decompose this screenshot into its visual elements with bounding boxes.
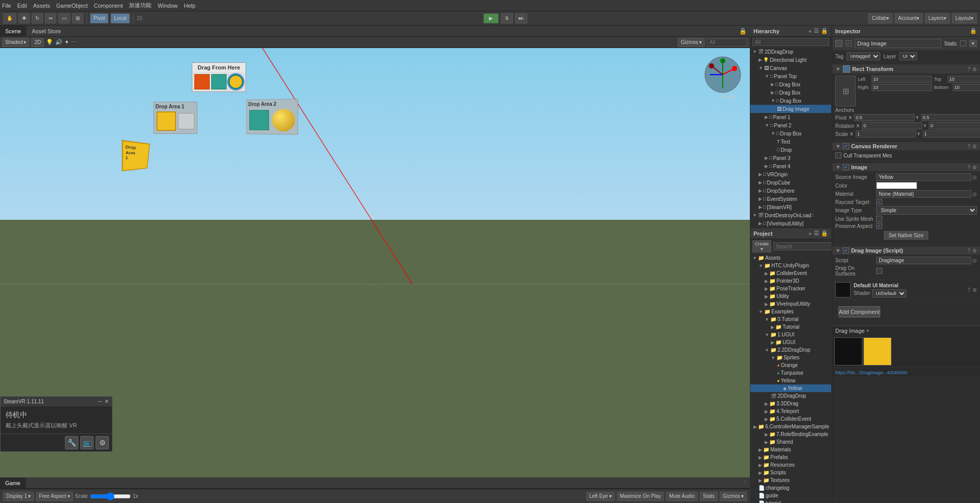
proj-pointer3d[interactable]: ▶📁Pointer3D bbox=[750, 277, 831, 285]
source-input[interactable] bbox=[876, 173, 971, 181]
hier-item-panel1[interactable]: ▶□Panel 1 bbox=[750, 113, 831, 121]
steamvr-icon-3[interactable]: ⚙ bbox=[96, 436, 109, 449]
rot-y-input[interactable] bbox=[929, 122, 980, 129]
hierarchy-search[interactable] bbox=[752, 38, 829, 46]
proj-utility[interactable]: ▶📁Utility bbox=[750, 292, 831, 300]
move-tool[interactable]: ✚ bbox=[18, 13, 30, 24]
scene-lock-icon[interactable]: 🔒 bbox=[736, 28, 750, 35]
hier-item-text[interactable]: TText bbox=[750, 138, 831, 146]
scale-slider[interactable] bbox=[90, 493, 131, 499]
step-btn[interactable]: ⏭ bbox=[515, 13, 527, 24]
hier-item-drag-box-1[interactable]: ▶□Drag Box bbox=[750, 80, 831, 88]
hier-item-vrorigin[interactable]: ▶□VROrigin bbox=[750, 170, 831, 178]
hier-item-panel-top[interactable]: ▼□Panel Top bbox=[750, 72, 831, 80]
hier-item-dontdestroy[interactable]: ▼🎬DontDestroyOnLoad! bbox=[750, 211, 831, 219]
material-picker-icon[interactable]: ◎ bbox=[972, 191, 977, 197]
hier-item-viveinput[interactable]: ▶□[ViveInputUtility] bbox=[750, 219, 831, 227]
proj-changelog[interactable]: 📄changelog bbox=[750, 484, 831, 492]
preserve-checkbox[interactable] bbox=[876, 223, 882, 229]
proj-tutorial-file[interactable]: 📄tutorial bbox=[750, 499, 831, 503]
canvas-renderer-header[interactable]: ▼ Canvas Renderer ? ⚙ bbox=[832, 142, 980, 150]
proj-tutorial[interactable]: ▶📁Tutorial bbox=[750, 323, 831, 331]
mat-info-icon[interactable]: ? bbox=[967, 287, 970, 293]
rect-tool[interactable]: ▭ bbox=[58, 13, 70, 24]
transform-tool[interactable]: ⊞ bbox=[72, 13, 83, 24]
hier-item-dropcube[interactable]: ▶□DropCube bbox=[750, 178, 831, 187]
pivot-btn[interactable]: Pivot bbox=[90, 13, 108, 24]
proj-posetracker[interactable]: ▶📁PoseTracker bbox=[750, 285, 831, 292]
account-btn[interactable]: Account ▾ bbox=[895, 13, 923, 24]
light-icon[interactable]: 💡 bbox=[46, 39, 53, 45]
project-create-btn[interactable]: Create ▾ bbox=[752, 240, 771, 253]
proj-resources[interactable]: ▶📁Resources bbox=[750, 461, 831, 469]
aspect-dropdown[interactable]: Free Aspect ▾ bbox=[36, 492, 73, 501]
proj-5colliderevent[interactable]: ▶📁5.ColliderEvent bbox=[750, 415, 831, 423]
stats-btn[interactable]: Stats bbox=[700, 492, 718, 501]
tag-select[interactable]: Untagged bbox=[847, 52, 880, 60]
steamvr-icon-1[interactable]: 🔧 bbox=[65, 436, 78, 449]
proj-7role[interactable]: ▶📁7.RoleBindingExample bbox=[750, 430, 831, 438]
object-active-checkbox[interactable] bbox=[845, 40, 852, 47]
rect-settings-icon[interactable]: ⚙ bbox=[972, 66, 977, 72]
more-effects-icon[interactable]: ⋯ bbox=[71, 39, 77, 45]
scale-y-input[interactable] bbox=[923, 130, 980, 138]
di-info-icon[interactable]: ? bbox=[967, 248, 970, 254]
proj-shared[interactable]: ▶📁Shared bbox=[750, 438, 831, 446]
material-input[interactable] bbox=[876, 190, 971, 198]
anchor-widget[interactable]: ⊞ bbox=[835, 76, 856, 106]
menu-window[interactable]: Window bbox=[158, 3, 177, 9]
di-settings-icon[interactable]: ⚙ bbox=[972, 248, 977, 254]
hier-item-panel4[interactable]: ▶□Panel 4 bbox=[750, 162, 831, 170]
pivot-x-input[interactable] bbox=[854, 114, 915, 121]
img-info-icon[interactable]: ? bbox=[967, 165, 970, 170]
menu-assets[interactable]: Assets bbox=[33, 3, 50, 9]
rect-transform-header[interactable]: ▼ Rect Transform ? ⚙ bbox=[832, 64, 980, 74]
drag-surfaces-checkbox[interactable] bbox=[876, 268, 882, 274]
gizmos-dropdown[interactable]: Gizmos ▾ bbox=[678, 38, 705, 47]
proj-yellow-file[interactable]: ◆Yellow bbox=[750, 384, 831, 392]
shaded-dropdown[interactable]: Shaded ▾ bbox=[2, 38, 29, 47]
layers-btn[interactable]: Layers ▾ bbox=[925, 13, 950, 24]
static-checkbox[interactable] bbox=[960, 40, 966, 47]
hierarchy-add-btn[interactable]: + bbox=[809, 28, 812, 34]
add-component-btn[interactable]: Add Component bbox=[838, 306, 880, 317]
mute-btn[interactable]: Mute Audio bbox=[666, 492, 698, 501]
hand-tool[interactable]: ✋ bbox=[3, 13, 16, 24]
proj-collider-event[interactable]: ▶📁ColliderEvent bbox=[750, 269, 831, 277]
image-header[interactable]: ▼ Image ? ⚙ bbox=[832, 163, 980, 171]
source-picker-icon[interactable]: ◎ bbox=[972, 174, 977, 180]
proj-examples[interactable]: ▼📁Examples bbox=[750, 308, 831, 315]
hier-item-panel2[interactable]: ▼□Panel 2 bbox=[750, 121, 831, 129]
menu-file[interactable]: File bbox=[2, 3, 11, 9]
object-name-input[interactable] bbox=[855, 39, 941, 48]
proj-3ddrag[interactable]: ▶📁3.3DDrag bbox=[750, 400, 831, 407]
hier-item-drag-box-3[interactable]: ▼□Drag Box bbox=[750, 97, 831, 105]
hier-item-eventsystem[interactable]: ▶□EventSystem bbox=[750, 195, 831, 203]
proj-2ddragdrop-scene[interactable]: 🎬2DDragDrop bbox=[750, 392, 831, 400]
tab-game[interactable]: Game bbox=[0, 477, 26, 489]
cull-checkbox[interactable] bbox=[835, 152, 841, 158]
hier-item-drag-box-2[interactable]: ▶□Drag Box bbox=[750, 88, 831, 97]
mat-settings-icon[interactable]: ⚙ bbox=[972, 287, 977, 293]
set-native-btn[interactable]: Set Native Size bbox=[884, 231, 928, 240]
game-menu-icon[interactable]: ⋮ bbox=[740, 479, 750, 486]
proj-assets-root[interactable]: ▼📁Assets bbox=[750, 254, 831, 262]
collab-btn[interactable]: Collab ▾ bbox=[868, 13, 892, 24]
scale-x-input[interactable] bbox=[856, 130, 916, 138]
left-input[interactable] bbox=[872, 76, 932, 83]
layout-btn[interactable]: Layout ▾ bbox=[952, 13, 977, 24]
menu-help[interactable]: Help bbox=[184, 3, 195, 9]
inspector-lock-btn[interactable]: 🔒 bbox=[970, 28, 977, 34]
rect-info-icon[interactable]: ? bbox=[967, 66, 970, 72]
effects-icon[interactable]: ✦ bbox=[64, 39, 69, 45]
proj-guide[interactable]: 📄guide bbox=[750, 492, 831, 499]
color-swatch[interactable] bbox=[876, 182, 917, 189]
proj-6controller[interactable]: ▶📁6.ControllerManagerSample bbox=[750, 423, 831, 430]
proj-ugui[interactable]: ▶📁UGUI bbox=[750, 338, 831, 346]
hier-item-drop-box[interactable]: ▼□Drop Box bbox=[750, 129, 831, 138]
rot-x-input[interactable] bbox=[862, 122, 922, 129]
shader-select[interactable]: UI/Default bbox=[872, 289, 906, 298]
tab-scene[interactable]: Scene bbox=[0, 26, 27, 37]
steamvr-minimize-btn[interactable]: ─ bbox=[98, 398, 102, 405]
play-btn[interactable]: ▶ bbox=[483, 13, 499, 24]
